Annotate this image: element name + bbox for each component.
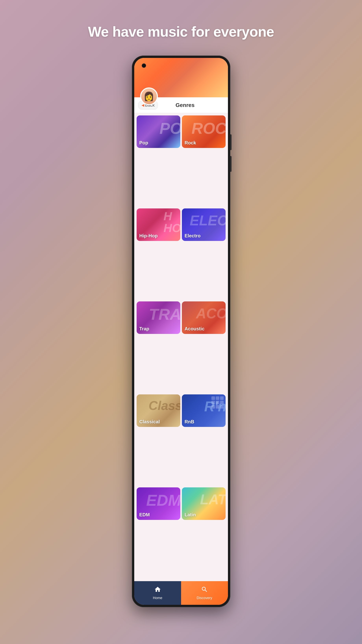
genre-card-latin[interactable]: LAT Latin <box>182 488 226 520</box>
genre-card-rnb[interactable]: R'n RnB <box>182 394 226 427</box>
phone-shell: 👩 ◀ Back Genres PO Pop ROC Rock <box>132 56 230 607</box>
tab-discovery[interactable]: Discovery <box>181 581 228 605</box>
genre-card-pop[interactable]: PO Pop <box>137 116 180 148</box>
genre-overlay-trap: TRA <box>149 305 180 324</box>
search-icon <box>201 586 208 595</box>
avatar-face: 👩 <box>141 88 157 104</box>
genre-label-latin: Latin <box>185 512 196 518</box>
tab-home[interactable]: Home <box>134 581 181 605</box>
genre-label-hiphop: Hip-Hop <box>139 233 158 238</box>
nav-title: Genres <box>158 102 212 108</box>
genre-overlay-rock: ROC <box>192 120 226 138</box>
camera-hole <box>142 64 146 68</box>
genre-label-electro: Electro <box>185 233 201 238</box>
genre-overlay-latin: LAT <box>200 491 226 508</box>
genre-label-acoustic: Acoustic <box>185 326 205 332</box>
tab-home-label: Home <box>153 596 162 600</box>
genre-card-rock[interactable]: ROC Rock <box>182 116 226 148</box>
genre-label-rock: Rock <box>185 140 196 146</box>
volume-button <box>230 156 232 172</box>
genre-overlay-acoustic: ACO <box>196 305 226 322</box>
genre-card-edm[interactable]: EDM EDM <box>137 488 180 520</box>
genre-label-trap: Trap <box>139 326 149 332</box>
tab-bar: Home Discovery <box>134 581 228 605</box>
genre-label-rnb: RnB <box>185 419 194 424</box>
genre-label-pop: Pop <box>139 140 148 146</box>
genre-overlay-pop: PO <box>159 120 180 138</box>
genre-card-acoustic[interactable]: ACO Acoustic <box>182 302 226 334</box>
phone-screen: 👩 ◀ Back Genres PO Pop ROC Rock <box>134 58 228 605</box>
genre-label-classical: Classical <box>139 419 160 424</box>
genre-overlay-classical: Class <box>149 398 180 413</box>
power-button <box>230 134 232 150</box>
genre-card-classical[interactable]: Class Classical <box>137 394 180 427</box>
genre-overlay-electro: ELEC <box>190 212 225 228</box>
genre-grid: PO Pop ROC Rock HHO Hip-Hop ELEC Electro <box>134 113 228 581</box>
genre-label-edm: EDM <box>139 512 150 518</box>
genre-overlay-edm: EDM <box>146 491 180 510</box>
tab-discovery-label: Discovery <box>197 596 212 600</box>
phone-header: 👩 <box>134 58 228 97</box>
avatar[interactable]: 👩 <box>140 88 158 105</box>
genre-overlay-hiphop: HHO <box>164 210 180 234</box>
home-icon <box>154 586 161 595</box>
genre-overlay-rnb: R'n <box>204 398 225 414</box>
genre-card-hiphop[interactable]: HHO Hip-Hop <box>137 208 180 241</box>
page-headline: We have music for everyone <box>88 24 274 40</box>
genre-card-trap[interactable]: TRA Trap <box>137 302 180 334</box>
genre-card-electro[interactable]: ELEC Electro <box>182 208 226 241</box>
